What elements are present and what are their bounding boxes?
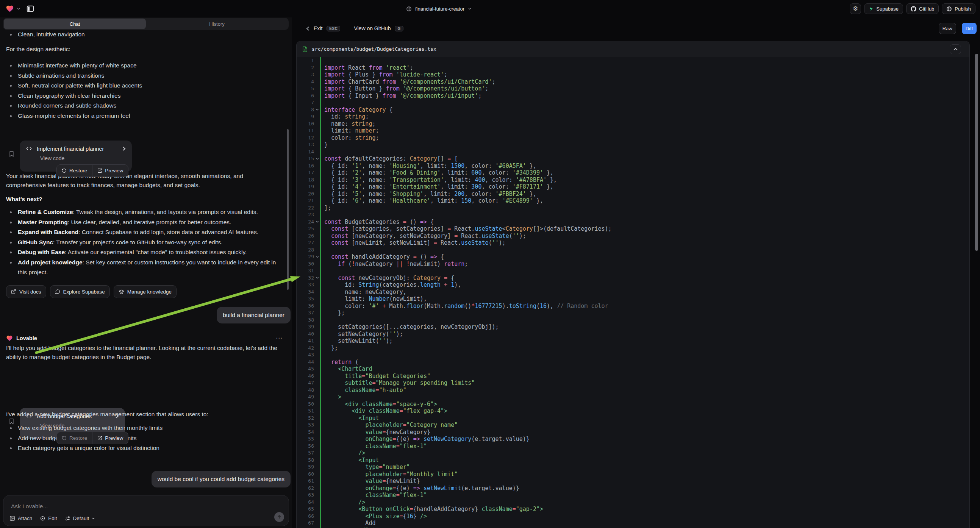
fold-spacer — [314, 373, 320, 380]
settings-button[interactable]: ⚙ — [850, 3, 861, 14]
code-line: 3import { Plus } from 'lucide-react'; — [297, 71, 969, 78]
line-number: 66 — [297, 513, 314, 520]
list-item: Expand with Backend: Connect Supabase to… — [6, 227, 286, 237]
code-text: return ( — [321, 359, 969, 366]
more-options-icon[interactable]: ⋯ — [276, 334, 283, 342]
tab-history[interactable]: History — [146, 19, 288, 29]
code-line: 61 value={newLimit} — [297, 478, 969, 485]
project-switcher[interactable]: financial-future-creator — [406, 0, 472, 17]
code-line: 10 name: string; — [297, 121, 969, 128]
code-line: 53 placeholder="Category name" — [297, 421, 969, 429]
mode-select[interactable]: Default — [65, 515, 95, 521]
line-number: 2 — [297, 64, 314, 72]
top-bar: financial-future-creator ⚙ Supabase GitH… — [0, 0, 980, 17]
fold-spacer — [314, 394, 320, 401]
action-button-explore-supabase[interactable]: Explore Supabase — [50, 285, 110, 298]
fold-toggle-icon[interactable] — [314, 219, 320, 226]
fold-toggle-icon[interactable] — [314, 155, 320, 162]
chat-history-tabs: Chat History — [3, 18, 289, 30]
line-number: 59 — [297, 464, 314, 471]
fold-toggle-icon[interactable] — [314, 107, 320, 114]
code-line: 23 — [297, 212, 969, 219]
code-text — [321, 247, 969, 254]
line-number: 18 — [297, 177, 314, 184]
file-header[interactable]: src/components/budget/BudgetCategories.t… — [297, 41, 969, 57]
publish-button[interactable]: Publish — [942, 3, 975, 14]
line-number: 49 — [297, 394, 314, 401]
code-text: className="flex-1" — [321, 491, 969, 499]
preview-button[interactable]: Preview — [92, 165, 128, 177]
fold-spacer — [314, 78, 320, 86]
user-message: build a financial planner — [217, 307, 291, 323]
send-button[interactable] — [274, 512, 284, 522]
chat-input[interactable]: Ask Lovable... Attach Edit Default — [3, 495, 289, 526]
code-text: ]; — [321, 205, 969, 212]
window-scrollbar[interactable] — [975, 54, 978, 251]
edit-button[interactable]: Edit — [40, 515, 57, 521]
code-line: 36 color: '#' + Math.floor(Math.random()… — [297, 303, 969, 310]
target-icon — [40, 515, 45, 521]
code-text: } — [321, 141, 969, 148]
lovable-logo-icon[interactable] — [6, 5, 14, 13]
code-text: const BudgetCategories = () => { — [321, 219, 969, 226]
code-text: <Button onClick={handleAddCategory} clas… — [321, 506, 969, 513]
code-viewer-toolbar: Exit ESC View on GitHub G Raw Diff — [292, 17, 980, 40]
toggle-sidebar-button[interactable] — [26, 5, 35, 13]
restore-button[interactable]: Restore — [57, 432, 92, 444]
code-line: 21 { id: '6', name: 'Healthcare', limit:… — [297, 197, 969, 205]
line-number: 55 — [297, 436, 314, 443]
chevron-down-icon — [468, 7, 472, 11]
fold-spacer — [314, 247, 320, 254]
chat-scrollbar[interactable] — [287, 129, 289, 290]
fold-toggle-icon[interactable] — [314, 275, 320, 282]
chevron-down-icon[interactable] — [17, 7, 21, 11]
raw-toggle-button[interactable]: Raw — [939, 23, 956, 34]
tab-chat[interactable]: Chat — [4, 19, 146, 29]
code-lines: 12import React from 'react';3import { Pl… — [297, 57, 969, 528]
line-number: 61 — [297, 478, 314, 485]
fold-spacer — [314, 421, 320, 429]
view-code-link[interactable]: View code — [40, 155, 126, 161]
collapse-file-button[interactable] — [950, 44, 961, 54]
code-text: title="Budget Categories" — [321, 373, 969, 380]
line-number: 46 — [297, 373, 314, 380]
preview-button[interactable]: Preview — [92, 432, 128, 444]
fold-spacer — [314, 99, 320, 107]
code-line: 67 Add — [297, 520, 969, 527]
fold-spacer — [314, 205, 320, 212]
action-button-visit-docs[interactable]: Visit docs — [6, 285, 46, 298]
attach-button[interactable]: Attach — [10, 515, 32, 521]
diff-toggle-button[interactable]: Diff — [962, 23, 977, 34]
code-text: { id: '6', name: 'Healthcare', limit: 15… — [321, 197, 969, 205]
code-text: import { Input } from '@/components/ui/i… — [321, 92, 969, 100]
code-line: 20 { id: '5', name: 'Shopping', limit: 2… — [297, 191, 969, 198]
code-text: { id: '5', name: 'Shopping', limit: 200,… — [321, 191, 969, 198]
fold-spacer — [314, 443, 320, 450]
code-text: import { Plus } from 'lucide-react'; — [321, 71, 969, 78]
bold-label: Expand with Backend — [18, 229, 78, 235]
action-button-label: Manage knowledge — [127, 289, 172, 295]
exit-button[interactable]: Exit — [313, 25, 322, 32]
supabase-button[interactable]: Supabase — [864, 3, 903, 14]
line-number: 22 — [297, 205, 314, 212]
github-button[interactable]: GitHub — [906, 3, 939, 14]
added-bullets: View existing budget categories with the… — [6, 423, 286, 453]
line-number: 36 — [297, 303, 314, 310]
line-number: 25 — [297, 225, 314, 232]
line-number: 24 — [297, 219, 314, 226]
line-number: 42 — [297, 345, 314, 352]
code-line: 59 type="number" — [297, 464, 969, 471]
code-text: setNewLimit(''); — [321, 337, 969, 345]
fold-toggle-icon[interactable] — [314, 253, 320, 261]
code-text — [321, 148, 969, 156]
next-list: Refine & Customize: Tweak the design, an… — [6, 207, 286, 278]
fold-spacer — [314, 162, 320, 170]
code-line: 44 return ( — [297, 359, 969, 366]
view-on-github-button[interactable]: View on GitHub — [354, 25, 391, 32]
action-button-manage-knowledge[interactable]: Manage knowledge — [114, 285, 177, 298]
fold-spacer — [314, 85, 320, 92]
line-number: 68 — [297, 527, 314, 528]
fold-spacer — [314, 134, 320, 142]
restore-button[interactable]: Restore — [57, 165, 92, 177]
bookmark-icon[interactable] — [8, 150, 15, 157]
